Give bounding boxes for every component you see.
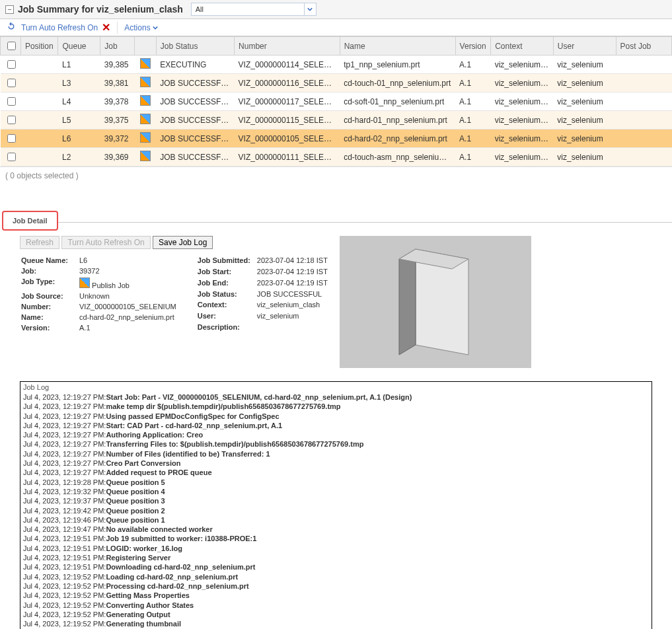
- cell-postjob: [616, 130, 671, 148]
- row-checkbox[interactable]: [7, 116, 16, 124]
- cell-queue: L1: [58, 56, 100, 74]
- val-name: cd-hard-02_nnp_selenium.prt: [79, 313, 182, 322]
- actions-label: Actions: [124, 23, 150, 32]
- collapse-icon[interactable]: −: [5, 5, 14, 14]
- select-all-checkbox[interactable]: [7, 42, 16, 50]
- cell-queue: L2: [58, 148, 100, 166]
- table-row[interactable]: L339,381JOB SUCCESSFULVIZ_0000000116_SEL…: [1, 74, 672, 92]
- refresh-button: Refresh: [20, 236, 59, 249]
- cell-context: viz_selenium_c...: [491, 111, 554, 130]
- cell-job: 39,381: [100, 74, 134, 92]
- job-log-title: Job Log: [20, 382, 652, 392]
- cell-context: viz_selenium_c...: [491, 56, 554, 74]
- table-row[interactable]: L139,385EXECUTINGVIZ_0000000114_SELENIUM…: [1, 56, 672, 74]
- log-line: Jul 4, 2023, 12:19:27 PM:Transferring Fi…: [23, 439, 649, 449]
- lbl-desc: Description:: [198, 322, 256, 332]
- log-line: Jul 4, 2023, 12:19:27 PM:Added request t…: [23, 468, 649, 477]
- lbl-job: Job:: [21, 266, 78, 276]
- col-user[interactable]: User: [553, 37, 616, 56]
- lbl-job-source: Job Source:: [21, 291, 78, 301]
- log-line: Jul 4, 2023, 12:19:27 PM:Number of Files…: [23, 449, 649, 459]
- log-line: Jul 4, 2023, 12:19:52 PM:Loading cd-hard…: [23, 572, 649, 581]
- publish-icon: [140, 132, 151, 143]
- refresh-icon[interactable]: [5, 20, 17, 34]
- row-checkbox[interactable]: [7, 134, 16, 143]
- save-log-button[interactable]: Save Job Log: [153, 236, 213, 249]
- cell-position: [20, 111, 58, 130]
- lbl-name: Name:: [21, 313, 78, 322]
- cell-number: VIZ_0000000114_SELENIUM: [235, 56, 340, 74]
- log-line: Jul 4, 2023, 12:19:52 PM:Processing cd-h…: [23, 581, 649, 591]
- cell-user: viz_selenium: [553, 74, 616, 92]
- publish-icon: [140, 114, 151, 124]
- auto-refresh-link[interactable]: Turn Auto Refresh On: [21, 23, 98, 32]
- col-number[interactable]: Number: [235, 37, 340, 56]
- cell-postjob: [616, 74, 671, 92]
- col-postjob[interactable]: Post Job: [616, 37, 671, 56]
- cell-user: viz_selenium: [553, 56, 616, 74]
- row-checkbox[interactable]: [7, 97, 16, 106]
- cell-context: viz_selenium_c...: [491, 148, 554, 166]
- log-line: Jul 4, 2023, 12:19:52 PM:Generating Outp…: [23, 610, 649, 619]
- col-job[interactable]: Job: [100, 37, 134, 56]
- val-start: 2023-07-04 12:19 IST: [257, 267, 333, 277]
- lbl-version: Version:: [21, 323, 78, 332]
- col-version[interactable]: Version: [455, 37, 491, 56]
- lbl-number: Number:: [21, 302, 78, 311]
- row-checkbox[interactable]: [7, 60, 16, 69]
- panel-title: Job Summary for viz_selenium_clash: [18, 4, 183, 15]
- log-line: Jul 4, 2023, 12:19:51 PM:Registering Ser…: [23, 553, 649, 562]
- col-status[interactable]: Job Status: [156, 37, 234, 56]
- job-detail-tab: Job Detail: [2, 211, 58, 231]
- val-status: JOB SUCCESSFUL: [257, 289, 333, 299]
- cell-version: A.1: [455, 74, 491, 92]
- status-bar: ( 0 objects selected ): [0, 166, 672, 184]
- cell-status: EXECUTING: [156, 56, 234, 74]
- job-log-body: Jul 4, 2023, 12:19:27 PM:Start Job: Part…: [20, 392, 652, 629]
- table-row[interactable]: L539,375JOB SUCCESSFULVIZ_0000000115_SEL…: [1, 111, 672, 130]
- cell-status: JOB SUCCESSFUL: [156, 111, 234, 130]
- cell-name: cd-touch-asm_nnp_selenium.asm: [340, 148, 455, 166]
- log-line: Jul 4, 2023, 12:19:27 PM:Authoring Appli…: [23, 430, 649, 439]
- cancel-icon[interactable]: ✕: [102, 21, 110, 34]
- cell-job: 39,378: [100, 92, 134, 111]
- cell-number: VIZ_0000000111_SELENIUM: [235, 148, 340, 166]
- publish-icon: [140, 77, 151, 87]
- col-name[interactable]: Name: [340, 37, 455, 56]
- log-line: Jul 4, 2023, 12:19:37 PM:Queue position …: [23, 496, 649, 505]
- row-checkbox[interactable]: [7, 79, 16, 87]
- cell-status: JOB SUCCESSFUL: [156, 130, 234, 148]
- publish-icon: [140, 151, 151, 161]
- val-job: 39372: [79, 266, 182, 276]
- cell-position: [20, 130, 58, 148]
- chevron-down-icon: [304, 3, 316, 15]
- publish-icon: [140, 95, 151, 106]
- lbl-user: User:: [198, 311, 256, 321]
- preview-3d[interactable]: [340, 236, 531, 368]
- cell-version: A.1: [455, 111, 491, 130]
- log-line: Jul 4, 2023, 12:19:52 PM:Generating thum…: [23, 619, 649, 628]
- table-row[interactable]: L639,372JOB SUCCESSFULVIZ_0000000105_SEL…: [1, 130, 672, 148]
- filter-dropdown[interactable]: All: [191, 3, 317, 16]
- col-queue[interactable]: Queue: [58, 37, 100, 56]
- row-checkbox[interactable]: [7, 153, 16, 161]
- log-line: Jul 4, 2023, 12:19:51 PM:LOGID: worker_1…: [23, 544, 649, 553]
- cell-job: 39,372: [100, 130, 134, 148]
- job-grid: Position Queue Job Job Status Number Nam…: [0, 36, 672, 166]
- cell-position: [20, 56, 58, 74]
- col-context[interactable]: Context: [491, 37, 554, 56]
- log-line: Jul 4, 2023, 12:19:51 PM:Downloading cd-…: [23, 562, 649, 572]
- table-row[interactable]: L239,369JOB SUCCESSFULVIZ_0000000111_SEL…: [1, 148, 672, 166]
- cell-position: [20, 74, 58, 92]
- val-context: viz_selenium_clash: [257, 300, 333, 310]
- val-number: VIZ_0000000105_SELENIUM: [79, 302, 182, 311]
- job-detail-label: Job Detail: [13, 217, 48, 225]
- val-job-type: Publish Job: [79, 277, 182, 290]
- actions-menu[interactable]: Actions: [124, 23, 158, 32]
- col-position[interactable]: Position: [20, 37, 58, 56]
- col-icon: [134, 37, 156, 56]
- table-row[interactable]: L439,378JOB SUCCESSFULVIZ_0000000117_SEL…: [1, 92, 672, 111]
- lbl-submitted: Job Submitted:: [198, 256, 256, 266]
- log-line: Jul 4, 2023, 12:19:27 PM:Creo Part Conve…: [23, 459, 649, 468]
- toolbar: Turn Auto Refresh On ✕ Actions: [0, 19, 672, 36]
